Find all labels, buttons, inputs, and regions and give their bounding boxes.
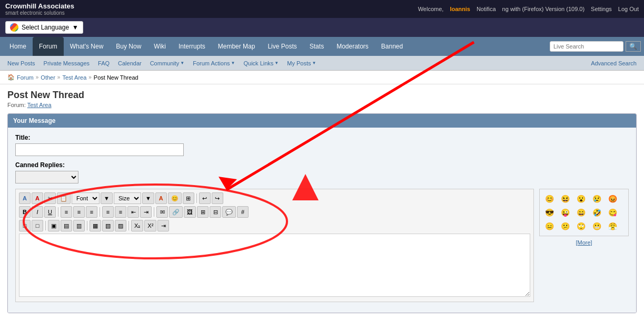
translate-bar: Select Language ▼ <box>0 18 644 37</box>
nav-home[interactable]: Home <box>3 37 33 56</box>
smiley-5[interactable]: 😡 <box>606 192 619 205</box>
nav-live-posts[interactable]: Live Posts <box>261 37 303 56</box>
smiley-4[interactable]: 😢 <box>590 192 603 205</box>
advanced-search-link[interactable]: Advanced Search <box>587 56 641 71</box>
editor-column: A A ✂ 📋 Font ▼ Size ▼ A <box>15 189 534 306</box>
search-button[interactable]: 🔍 <box>626 41 641 52</box>
toolbar-redo[interactable]: ↪ <box>212 192 223 204</box>
toolbar-link[interactable]: 🔗 <box>169 206 183 218</box>
toolbar-row-1: A A ✂ 📋 Font ▼ Size ▼ A <box>19 192 530 204</box>
canned-replies-row: Canned Replies: <box>15 161 629 183</box>
toolbar-table[interactable]: ⊞ <box>197 206 209 218</box>
smiley-6[interactable]: 😎 <box>543 206 556 219</box>
subnav-private-messages[interactable]: Private Messages <box>39 56 94 71</box>
toolbar-smiley[interactable]: 😊 <box>168 192 182 204</box>
translate-button[interactable]: Select Language ▼ <box>5 21 83 34</box>
smiley-10[interactable]: 😋 <box>606 206 619 219</box>
smiley-2[interactable]: 😆 <box>559 192 571 205</box>
canned-replies-select[interactable] <box>15 171 78 183</box>
toolbar-quote[interactable]: 💬 <box>222 206 236 218</box>
toolbar-bold[interactable]: B <box>19 206 31 218</box>
toolbar-size-select[interactable]: Size <box>114 192 141 204</box>
toolbar-r3-7[interactable]: ▧ <box>102 220 114 231</box>
toolbar-r3-1[interactable]: □ <box>19 220 31 231</box>
toolbar-image[interactable]: 🖼 <box>184 206 196 218</box>
toolbar-font-arrow[interactable]: ▼ <box>101 192 113 204</box>
toolbar-align-left[interactable]: ≡ <box>61 206 72 218</box>
search-input[interactable] <box>550 41 623 52</box>
nav-whats-new[interactable]: What's New <box>64 37 110 56</box>
toolbar-r3-3[interactable]: ▣ <box>48 220 60 231</box>
toolbar-table2[interactable]: ⊟ <box>210 206 221 218</box>
subnav-forum-actions-btn[interactable]: Forum Actions ▼ <box>189 56 239 71</box>
toolbar-style-btn-2[interactable]: A <box>32 192 43 204</box>
toolbar-indent2[interactable]: ⇥ <box>157 220 169 231</box>
nav-member-map[interactable]: Member Map <box>212 37 262 56</box>
smiley-12[interactable]: 😕 <box>559 220 571 233</box>
toolbar-indent[interactable]: ⇥ <box>140 206 152 218</box>
message-body: Title: Canned Replies: A A ✂ <box>8 128 636 313</box>
toolbar-size-arrow[interactable]: ▼ <box>142 192 154 204</box>
toolbar-special[interactable]: ⊞ <box>183 192 194 204</box>
subnav-calendar[interactable]: Calendar <box>114 56 146 71</box>
toolbar-superscript[interactable]: X² <box>144 220 156 231</box>
nav-interrupts[interactable]: Interrupts <box>172 37 212 56</box>
toolbar-ol[interactable]: ≡ <box>102 206 114 218</box>
breadcrumb-test-area[interactable]: Test Area <box>62 74 86 81</box>
smilies-more-link[interactable]: [More] <box>576 239 592 246</box>
toolbar-subscript[interactable]: X₂ <box>131 220 143 231</box>
message-textarea[interactable] <box>19 234 530 297</box>
smiley-7[interactable]: 😜 <box>559 206 571 219</box>
toolbar-cut[interactable]: ✂ <box>44 192 56 204</box>
toolbar-color[interactable]: A <box>155 192 167 204</box>
subnav-quick-links-btn[interactable]: Quick Links ▼ <box>239 56 283 71</box>
smiley-3[interactable]: 😮 <box>574 192 587 205</box>
smiley-13[interactable]: 🙄 <box>574 220 587 233</box>
toolbar-italic[interactable]: I <box>32 206 43 218</box>
subnav-community-btn[interactable]: Community ▼ <box>146 56 189 71</box>
toolbar-hash[interactable]: # <box>237 206 249 218</box>
toolbar-sep-6 <box>87 221 87 230</box>
toolbar-r3-8[interactable]: ▨ <box>115 220 126 231</box>
toolbar-copy[interactable]: 📋 <box>57 192 71 204</box>
smiley-1[interactable]: 😊 <box>543 192 556 205</box>
toolbar-align-right[interactable]: ≡ <box>86 206 97 218</box>
smiley-15[interactable]: 😤 <box>606 220 619 233</box>
smiley-8[interactable]: 😄 <box>574 206 587 219</box>
smiley-11[interactable]: 😑 <box>543 220 556 233</box>
toolbar-r3-6[interactable]: ▦ <box>90 220 101 231</box>
toolbar-underline[interactable]: U <box>44 206 56 218</box>
toolbar-r3-5[interactable]: ▥ <box>73 220 85 231</box>
content-area: Post New Thread Forum: Test Area Your Me… <box>0 84 644 319</box>
toolbar-row-2: B I U ≡ ≡ ≡ ≡ ≡ ⇤ ⇥ <box>19 206 530 218</box>
title-input[interactable] <box>15 143 184 156</box>
toolbar-style-btn-1[interactable]: A <box>19 192 31 204</box>
notification-text: ng with (Firefox) Version (109.0) <box>502 6 585 12</box>
toolbar-email[interactable]: ✉ <box>156 206 168 218</box>
breadcrumb-forum[interactable]: Forum <box>17 74 34 81</box>
subnav-my-posts-btn[interactable]: My Posts ▼ <box>283 56 320 71</box>
toolbar-ul[interactable]: ≡ <box>115 206 126 218</box>
nav-wiki[interactable]: Wiki <box>147 37 172 56</box>
smiley-14[interactable]: 😬 <box>590 220 603 233</box>
nav-buy-now[interactable]: Buy Now <box>110 37 147 56</box>
breadcrumb-sep-2: » <box>57 74 61 80</box>
forum-name-link[interactable]: Test Area <box>27 102 52 108</box>
nav-banned[interactable]: Banned <box>375 37 409 56</box>
toolbar-align-center[interactable]: ≡ <box>73 206 85 218</box>
toolbar-undo[interactable]: ↩ <box>199 192 211 204</box>
smiley-9[interactable]: 🤣 <box>590 206 603 219</box>
toolbar-r3-4[interactable]: ▤ <box>61 220 72 231</box>
logout-link[interactable]: Log Out <box>618 6 639 12</box>
settings-link[interactable]: Settings <box>591 6 612 12</box>
subnav-new-posts[interactable]: New Posts <box>3 56 39 71</box>
toolbar-r3-2[interactable]: □ <box>32 220 43 231</box>
nav-moderators[interactable]: Moderators <box>330 37 375 56</box>
subnav-faq[interactable]: FAQ <box>94 56 114 71</box>
nav-stats[interactable]: Stats <box>303 37 330 56</box>
nav-forum[interactable]: Forum <box>33 37 64 56</box>
home-icon: 🏠 <box>7 74 15 81</box>
breadcrumb-other[interactable]: Other <box>41 74 55 81</box>
toolbar-font-select[interactable]: Font <box>72 192 100 204</box>
toolbar-outdent[interactable]: ⇤ <box>127 206 139 218</box>
